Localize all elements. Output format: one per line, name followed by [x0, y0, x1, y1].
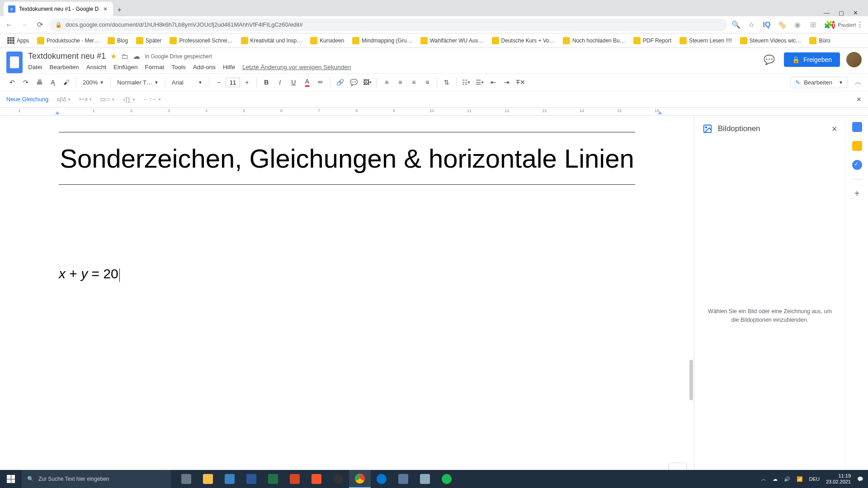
docs-logo[interactable] — [6, 52, 23, 73]
bulleted-list-button[interactable]: ☰▾ — [474, 76, 486, 88]
zoom-select[interactable]: 200%▼ — [80, 78, 107, 87]
wifi-icon[interactable]: 📶 — [797, 476, 803, 482]
edge-icon[interactable] — [219, 470, 241, 488]
calendar-addon-icon[interactable] — [852, 122, 862, 132]
url-input[interactable]: 🔒 docs.google.com/document/d/1hUH8k6h7Lb… — [50, 19, 727, 31]
forward-button[interactable]: → — [19, 19, 30, 30]
menu-view[interactable]: Ansicht — [86, 64, 106, 70]
increase-indent-button[interactable]: ⇥ — [501, 76, 513, 88]
insert-link-button[interactable]: 🔗 — [334, 76, 346, 88]
relations-dropdown[interactable]: ≤≥⊃ ▾ — [100, 96, 114, 103]
apps-button[interactable]: Apps — [5, 35, 32, 46]
menu-tools[interactable]: Tools — [171, 64, 186, 70]
keep-addon-icon[interactable] — [852, 141, 862, 151]
edge-chromium-icon[interactable] — [371, 470, 392, 488]
extensions-puzzle-icon[interactable]: 🧩 — [824, 20, 833, 29]
extension-icon-2[interactable]: ◉ — [793, 20, 802, 29]
get-addons-button[interactable]: + — [854, 188, 860, 199]
new-tab-button[interactable]: + — [113, 4, 126, 16]
menu-edit[interactable]: Bearbeiten — [50, 64, 79, 70]
maximize-icon[interactable]: ▢ — [839, 9, 844, 16]
menu-help[interactable]: Hilfe — [223, 64, 235, 70]
bookmark-item[interactable]: Kreativität und Insp… — [238, 35, 305, 46]
extension-icon-3[interactable]: ⊞ — [808, 20, 817, 29]
close-equation-toolbar-icon[interactable]: ✕ — [856, 96, 862, 103]
collapse-toolbar-button[interactable]: ︿ — [854, 78, 862, 87]
volume-icon[interactable]: 🔊 — [784, 476, 790, 482]
bookmark-star-icon[interactable]: ☆ — [747, 20, 756, 29]
clear-format-button[interactable]: T✕ — [514, 76, 527, 88]
document-canvas[interactable]: Sonderzeichen, Gleichungen & horizontale… — [0, 116, 694, 488]
font-size-decrease[interactable]: − — [213, 76, 225, 88]
profile-paused-button[interactable]: T Pausiert — [839, 20, 849, 29]
excel-icon[interactable] — [262, 470, 284, 488]
file-explorer-icon[interactable] — [197, 470, 219, 488]
powerpoint-icon[interactable] — [284, 470, 306, 488]
italic-button[interactable]: I — [274, 76, 286, 88]
equation-text[interactable]: x + y = 20 — [59, 266, 635, 282]
insert-image-button[interactable]: 🖼▾ — [361, 76, 373, 88]
bookmark-item[interactable]: Steuern Lesen !!!! — [677, 35, 735, 46]
math-ops-dropdown[interactable]: √∫∑ ▾ — [123, 96, 135, 103]
underline-button[interactable]: U — [288, 76, 299, 88]
account-avatar[interactable] — [846, 52, 862, 67]
share-button[interactable]: 🔒 Freigeben — [784, 52, 840, 67]
extension-icon-1[interactable]: 🏷️ — [778, 20, 787, 29]
bold-button[interactable]: B — [260, 76, 272, 88]
redo-button[interactable]: ↷ — [20, 76, 32, 88]
obs-icon[interactable] — [327, 470, 349, 488]
chrome-menu-icon[interactable]: ⋮ — [855, 20, 864, 29]
menu-file[interactable]: Datei — [28, 64, 42, 70]
taskbar-search-input[interactable]: 🔍 Zur Suche Text hier eingeben — [22, 470, 171, 488]
bookmark-item[interactable]: Blog — [105, 35, 131, 46]
bookmark-item[interactable]: Später — [133, 35, 164, 46]
decrease-indent-button[interactable]: ⇤ — [487, 76, 499, 88]
bookmark-item[interactable]: Steuern Videos wic… — [737, 35, 804, 46]
bookmark-item[interactable]: Kursideen — [307, 35, 347, 46]
font-size-input[interactable]: 11 — [226, 78, 240, 87]
left-indent-marker[interactable] — [55, 111, 60, 114]
paint-format-button[interactable]: 🖌 — [61, 76, 72, 88]
notepad-icon[interactable] — [414, 470, 436, 488]
editing-mode-select[interactable]: ✎ Bearbeiten ▼ — [790, 77, 848, 88]
new-equation-button[interactable]: Neue Gleichung — [6, 96, 48, 103]
font-size-increase[interactable]: + — [241, 76, 253, 88]
chrome-icon[interactable] — [349, 470, 371, 488]
align-right-button[interactable]: ≡ — [408, 76, 420, 88]
tasks-addon-icon[interactable] — [852, 160, 862, 170]
comments-button[interactable]: 💬 — [761, 52, 778, 68]
font-select[interactable]: Arial▼ — [169, 78, 205, 87]
menu-addons[interactable]: Add-ons — [193, 64, 216, 70]
insert-comment-button[interactable]: 💬 — [348, 76, 359, 88]
close-tab-icon[interactable]: ✕ — [102, 6, 108, 12]
reload-button[interactable]: ⟳ — [34, 19, 45, 30]
spotify-icon[interactable] — [436, 470, 458, 488]
bookmark-item[interactable]: Produktsuche - Mer… — [34, 35, 102, 46]
close-panel-icon[interactable]: ✕ — [831, 125, 837, 133]
zoom-indicator-icon[interactable]: 🔍 — [731, 20, 741, 29]
spellcheck-button[interactable]: Ą — [47, 76, 59, 88]
star-icon[interactable]: ★ — [110, 52, 117, 61]
notifications-icon[interactable]: 💬 — [857, 476, 863, 482]
minimize-icon[interactable]: — — [824, 9, 830, 16]
start-button[interactable] — [0, 470, 22, 488]
bookmark-item[interactable]: Büro — [807, 35, 833, 46]
operators-dropdown[interactable]: ×÷≠ ▾ — [79, 96, 92, 103]
numbered-list-button[interactable]: ☷▾ — [460, 76, 472, 88]
clock[interactable]: 11:19 23.02.2021 — [826, 473, 851, 485]
bookmark-item[interactable]: Professionell Schrei… — [167, 35, 235, 46]
document-title-input[interactable]: Textdokument neu #1 — [28, 52, 106, 61]
scrollbar-thumb[interactable] — [689, 360, 693, 400]
document-heading[interactable]: Sonderzeichen, Gleichungen & horizontale… — [59, 135, 635, 182]
tray-expand-icon[interactable]: ︿ — [761, 476, 766, 483]
style-select[interactable]: Normaler T…▼ — [114, 78, 161, 87]
text-color-button[interactable]: A — [301, 76, 313, 88]
greek-letters-dropdown[interactable]: αβΔ ▾ — [57, 96, 71, 103]
align-left-button[interactable]: ≡ — [381, 76, 392, 88]
horizontal-ruler[interactable]: 1 1 2 3 4 5 6 7 8 9 10 11 12 13 14 15 16 — [0, 108, 868, 116]
bookmark-item[interactable]: Deutsche Kurs + Vo… — [489, 35, 557, 46]
language-indicator[interactable]: DEU — [809, 476, 820, 482]
bookmark-item[interactable]: Noch hochladen Bu… — [560, 35, 628, 46]
bookmark-item[interactable]: Mindmapping (Gru… — [349, 35, 415, 46]
read-icon[interactable]: IQ — [762, 20, 771, 29]
